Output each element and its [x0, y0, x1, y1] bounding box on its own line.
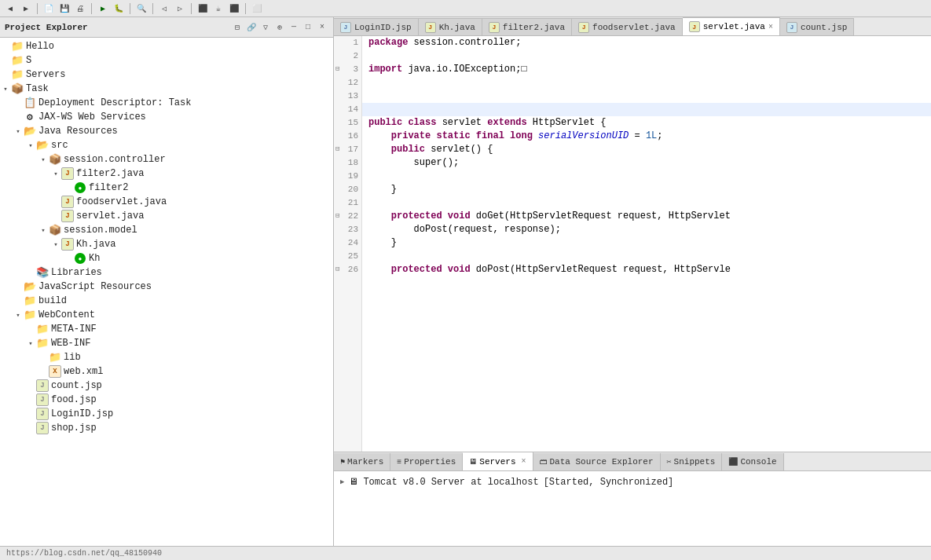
toolbar-btn-back[interactable]: ◀: [3, 2, 17, 16]
toolbar-btn-perspective[interactable]: ⬛: [196, 2, 210, 16]
code-line-18[interactable]: super();: [362, 156, 931, 170]
fold-marker[interactable]: ⊟: [335, 263, 339, 276]
editor-tab-count[interactable]: Jcount.jsp: [780, 18, 854, 35]
expand-icon[interactable]: ▶: [340, 478, 344, 486]
tree-item-hello[interactable]: 📁 Hello: [0, 39, 333, 53]
toggle-icon[interactable]: ▾: [0, 85, 11, 93]
toggle-icon[interactable]: ▾: [13, 311, 24, 320]
toolbar-btn-search[interactable]: 🔍: [134, 2, 148, 16]
toggle-icon[interactable]: ▾: [38, 226, 49, 235]
code-line-24[interactable]: }: [362, 236, 931, 250]
code-line-26[interactable]: protected void doPost(HttpServletRequest…: [362, 263, 931, 276]
tree-item-loginid-jsp[interactable]: J LoginID.jsp: [0, 407, 333, 421]
toggle-icon[interactable]: ▾: [25, 339, 36, 348]
toolbar-btn-run[interactable]: ▶: [96, 2, 110, 16]
toolbar-btn-maximize[interactable]: ⬜: [250, 2, 264, 16]
editor-tab-servlet[interactable]: Jservlet.java×: [683, 17, 780, 35]
toggle-icon[interactable]: ▾: [50, 240, 61, 249]
fold-marker[interactable]: ⊟: [335, 63, 339, 76]
line-number-3: ⊟3: [334, 63, 361, 76]
toggle-icon[interactable]: ▾: [13, 127, 24, 136]
toolbar-btn-prev-edit[interactable]: ◁: [157, 2, 171, 16]
tab-close[interactable]: ×: [522, 457, 526, 466]
link-editor-btn[interactable]: 🔗: [245, 21, 258, 34]
minimize-btn[interactable]: ─: [288, 21, 300, 34]
filter-btn[interactable]: ▽: [259, 21, 272, 34]
tree-item-build[interactable]: 📁 build: [0, 294, 333, 308]
editor-tab-filter2[interactable]: Jfilter2.java: [482, 18, 572, 35]
code-line-16[interactable]: private static final long serialVersionU…: [362, 130, 931, 143]
toolbar-btn-git[interactable]: ⬛: [227, 2, 241, 16]
toolbar-btn-forward[interactable]: ▶: [19, 2, 33, 16]
view-menu-btn[interactable]: ⊕: [273, 21, 286, 34]
tree-item-deployment[interactable]: 📋 Deployment Descriptor: Task: [0, 96, 333, 110]
editor-tab-kh[interactable]: JKh.java: [419, 18, 482, 35]
code-line-25[interactable]: [362, 250, 931, 263]
code-editor[interactable]: 12⊟31213141516⊟1718192021⊟22232425⊟26 pa…: [334, 36, 931, 452]
code-line-1[interactable]: package session.controller;: [362, 36, 931, 49]
toggle-icon[interactable]: ▾: [50, 170, 61, 178]
toolbar-btn-next-edit[interactable]: ▷: [173, 2, 187, 16]
tree-item-meta-inf[interactable]: 📁 META-INF: [0, 322, 333, 336]
item-label: Kh: [89, 253, 100, 264]
tree-item-servers[interactable]: 📁 Servers: [0, 68, 333, 82]
tree-item-kh[interactable]: ● Kh: [0, 251, 333, 265]
code-line-20[interactable]: }: [362, 183, 931, 196]
tree-item-webcontent[interactable]: ▾ 📁 WebContent: [0, 308, 333, 322]
tree-item-session-controller[interactable]: ▾ 📦 session.controller: [0, 152, 333, 167]
bottom-tab-markers[interactable]: ⚑Markers: [334, 453, 390, 470]
code-line-21[interactable]: [362, 196, 931, 210]
tree-item-filter2-java[interactable]: ▾ J filter2.java: [0, 167, 333, 181]
toolbar-btn-new[interactable]: 📄: [42, 2, 56, 16]
editor-tab-loginid[interactable]: JLoginID.jsp: [334, 18, 419, 35]
fold-marker[interactable]: ⊟: [335, 210, 339, 223]
close-panel-btn[interactable]: ×: [316, 21, 328, 34]
toggle-icon[interactable]: ▾: [38, 156, 49, 164]
tree-item-libraries[interactable]: 📚 Libraries: [0, 265, 333, 280]
tree-item-shop-jsp[interactable]: J shop.jsp: [0, 421, 333, 435]
tree-item-foodservlet-java[interactable]: J foodservlet.java: [0, 195, 333, 209]
tree-item-servlet-java[interactable]: J servlet.java: [0, 209, 333, 223]
tree-item-src[interactable]: ▾ 📂 src: [0, 138, 333, 152]
toolbar-btn-debug[interactable]: 🐛: [112, 2, 126, 16]
tree-item-count-jsp[interactable]: J count.jsp: [0, 379, 333, 393]
bottom-tab-snippets[interactable]: ✂Snippets: [661, 453, 723, 470]
tree-item-jaxws[interactable]: ⚙ JAX-WS Web Services: [0, 110, 333, 124]
collapse-all-btn[interactable]: ⊟: [231, 21, 244, 34]
fold-marker[interactable]: ⊟: [335, 143, 339, 156]
bottom-tab-servers[interactable]: 🖥Servers×: [463, 452, 533, 470]
code-line-22[interactable]: protected void doGet(HttpServletRequest …: [362, 210, 931, 223]
tree-item-kh-java[interactable]: ▾ J Kh.java: [0, 237, 333, 251]
toolbar-btn-print[interactable]: 🖨: [73, 2, 87, 16]
toggle-icon[interactable]: ▾: [25, 141, 36, 150]
tab-close-btn[interactable]: ×: [768, 23, 773, 31]
tree-item-web-inf[interactable]: ▾ 📁 WEB-INF: [0, 336, 333, 350]
line-number-20: 20: [334, 183, 361, 196]
code-line-17[interactable]: public servlet() {: [362, 143, 931, 156]
tree-item-task[interactable]: ▾ 📦 Task: [0, 82, 333, 96]
code-line-15[interactable]: public class servlet extends HttpServlet…: [362, 116, 931, 130]
tree-item-food-jsp[interactable]: J food.jsp: [0, 393, 333, 407]
toolbar-btn-save[interactable]: 💾: [57, 2, 71, 16]
bottom-tab-console[interactable]: ⬛Console: [722, 453, 783, 470]
maximize-btn[interactable]: □: [302, 21, 314, 34]
code-line-3[interactable]: import java.io.IOException;□: [362, 63, 931, 76]
tree-item-filter2[interactable]: ● filter2: [0, 181, 333, 195]
editor-tab-foodservlet[interactable]: Jfoodservlet.java: [572, 18, 683, 35]
tree-item-lib[interactable]: 📁 lib: [0, 350, 333, 364]
bottom-tab-data-source[interactable]: 🗃Data Source Explorer: [533, 453, 661, 470]
code-line-2[interactable]: [362, 49, 931, 63]
bottom-tab-properties[interactable]: ≡Properties: [390, 453, 463, 470]
code-line-12[interactable]: [362, 76, 931, 90]
code-line-14[interactable]: [362, 103, 931, 116]
tree-item-session-model[interactable]: ▾ 📦 session.model: [0, 223, 333, 237]
server-row[interactable]: ▶ 🖥 Tomcat v8.0 Server at localhost [Sta…: [340, 474, 925, 489]
code-line-13[interactable]: [362, 90, 931, 103]
tree-item-s[interactable]: 📁 S: [0, 53, 333, 68]
tree-item-javascript[interactable]: 📂 JavaScript Resources: [0, 280, 333, 294]
code-line-19[interactable]: [362, 170, 931, 183]
code-line-23[interactable]: doPost(request, response);: [362, 223, 931, 236]
tree-item-web-xml[interactable]: X web.xml: [0, 364, 333, 379]
toolbar-btn-java[interactable]: ☕: [211, 2, 225, 16]
tree-item-java-resources[interactable]: ▾ 📂 Java Resources: [0, 124, 333, 138]
